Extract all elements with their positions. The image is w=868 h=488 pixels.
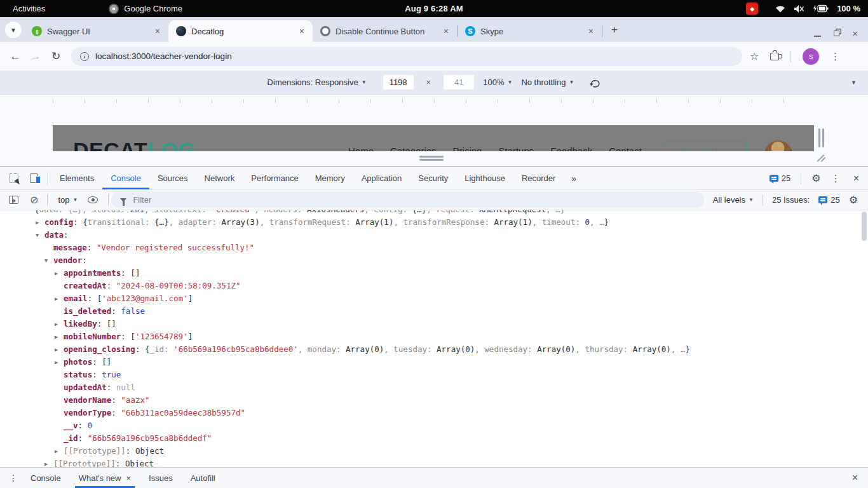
tab-search-button[interactable]: ▼ (5, 22, 22, 38)
console-token: , transformResponse: (393, 216, 494, 229)
browser-tab-skype[interactable]: SSkype× (458, 20, 602, 42)
devtools-tab-lighthouse[interactable]: Lighthouse (456, 167, 513, 189)
device-toolbar-toggle-icon[interactable] (30, 173, 38, 183)
tab-close-icon[interactable]: × (153, 26, 162, 36)
inspect-element-icon[interactable] (9, 173, 18, 183)
battery-charging-icon[interactable] (813, 4, 829, 13)
devtools-menu-icon[interactable]: ⋮ (831, 173, 843, 184)
console-filter-input[interactable]: Filter (111, 192, 703, 208)
console-settings-icon[interactable]: ⚙ (849, 194, 858, 206)
viewport-resize-handle-right[interactable] (818, 128, 824, 147)
devtools-tab-sources[interactable]: Sources (149, 167, 196, 189)
issues-label[interactable]: 25 Issues: (772, 195, 810, 205)
viewport-resize-handle-corner[interactable] (815, 152, 827, 164)
devtools-tab-recorder[interactable]: Recorder (513, 167, 564, 189)
viewport-resize-handle-bottom[interactable] (419, 156, 444, 161)
expand-toggle-icon[interactable]: ▶ (55, 445, 64, 458)
focused-app-menu[interactable]: Google Chrome (124, 4, 182, 13)
site-nav-home[interactable]: Home (348, 146, 374, 151)
devtools-tab-memory[interactable]: Memory (307, 167, 353, 189)
rotate-viewport-icon[interactable] (589, 78, 600, 88)
site-nav-categories[interactable]: Categories (390, 146, 437, 151)
clock[interactable]: Aug 9 6:28 AM (405, 4, 463, 13)
profile-avatar[interactable]: s (803, 48, 819, 65)
volume-muted-icon[interactable] (794, 4, 804, 13)
site-nav-feedback[interactable]: Feedback (550, 146, 592, 151)
console-output[interactable]: {data: {…}, status: 201, statusText: 'Cr… (0, 210, 868, 467)
devtools-tab-performance[interactable]: Performance (243, 167, 306, 189)
activities-button[interactable]: Activities (9, 4, 49, 13)
bookmark-star-icon[interactable]: ☆ (750, 50, 759, 62)
drawer-tab-what-s-new[interactable]: What's new× (75, 468, 135, 488)
site-nav-pricing[interactable]: Pricing (453, 146, 482, 151)
log-levels-dropdown[interactable]: All levels▼ (713, 195, 754, 205)
browser-tab-decatlog[interactable]: Decatlog× (168, 20, 313, 42)
site-logo[interactable]: DECATLOG (73, 138, 195, 151)
screen-record-indicator-icon[interactable]: ◆ (746, 3, 758, 15)
browser-tab-disable-continue-button[interactable]: Disable Continue Button× (313, 20, 457, 42)
expand-toggle-icon[interactable]: ▶ (55, 330, 64, 343)
expand-toggle-icon[interactable]: ▶ (55, 318, 64, 330)
site-user-avatar[interactable] (764, 140, 792, 151)
console-sidebar-icon[interactable] (9, 196, 18, 204)
wifi-icon[interactable] (775, 5, 785, 13)
more-panels-icon[interactable]: » (564, 173, 584, 184)
browser-menu-icon[interactable]: ⋮ (831, 51, 843, 62)
reload-button[interactable]: ↻ (46, 46, 66, 67)
devtools-close-icon[interactable]: × (853, 173, 859, 184)
console-messages-badge[interactable]: 25 (770, 173, 790, 183)
site-info-icon[interactable]: i (80, 52, 89, 61)
expand-toggle-icon[interactable]: ▶ (55, 356, 64, 369)
tab-close-icon[interactable]: × (442, 26, 451, 36)
restore-button[interactable] (834, 30, 839, 36)
viewport-width-input[interactable] (383, 75, 414, 90)
expand-toggle-icon[interactable]: ▼ (36, 229, 44, 241)
ruler-tick (402, 99, 403, 103)
console-token: [[Prototype]] (53, 458, 116, 467)
expand-toggle-icon[interactable]: ▼ (44, 254, 53, 267)
throttling-dropdown[interactable]: No throttling▼ (521, 78, 574, 87)
browser-tab-swagger-ui[interactable]: {}Swagger UI× (24, 20, 168, 42)
expand-toggle-icon[interactable]: ▶ (36, 216, 44, 229)
minimize-button[interactable] (814, 36, 821, 37)
forward-button[interactable]: → (25, 46, 46, 67)
new-tab-button[interactable]: + (606, 22, 623, 38)
devtools-tab-security[interactable]: Security (410, 167, 456, 189)
devtools-tab-network[interactable]: Network (196, 167, 243, 189)
tab-close-icon[interactable]: × (587, 26, 595, 36)
issues-badge[interactable]: 25 (818, 195, 839, 205)
zoom-dropdown[interactable]: 100%▼ (483, 78, 512, 87)
extensions-icon[interactable] (770, 53, 779, 60)
drawer-tab-issues[interactable]: Issues (145, 468, 177, 488)
expand-toggle-icon[interactable]: ▶ (55, 267, 64, 280)
devtools-tab-console[interactable]: Console (102, 167, 149, 189)
page-viewport[interactable]: DECATLOG HomeCategoriesPricingStartupsFe… (53, 125, 814, 151)
window-close-button[interactable]: × (852, 29, 858, 38)
device-toolbar-more-icon[interactable]: ▼ (851, 79, 857, 86)
expand-toggle-icon[interactable]: ▶ (55, 292, 64, 305)
drawer-tab-close-icon[interactable]: × (126, 473, 132, 483)
site-cta-button[interactable]: Reach Now (663, 142, 747, 151)
expand-toggle-icon[interactable]: ▶ (44, 458, 53, 467)
live-expression-icon[interactable] (88, 196, 98, 203)
url-text[interactable]: localhost:3000/teacher-vendor-login (95, 51, 232, 61)
drawer-close-icon[interactable]: × (852, 472, 868, 484)
console-scrollbar[interactable] (862, 212, 867, 241)
dimensions-dropdown[interactable]: Dimensions: Responsive▼ (268, 78, 367, 87)
site-nav-contact[interactable]: Contact (609, 146, 642, 151)
clear-console-icon[interactable]: ⊘ (30, 195, 38, 205)
console-line: ▶[[Prototype]]: Object (0, 445, 868, 458)
expand-toggle-icon[interactable]: ▶ (55, 343, 64, 356)
drawer-tab-autofill[interactable]: Autofill (187, 468, 219, 488)
devtools-settings-icon[interactable]: ⚙ (811, 172, 820, 184)
devtools-tab-application[interactable]: Application (353, 167, 410, 189)
site-nav-startups[interactable]: Startups (498, 146, 534, 151)
drawer-tab-console[interactable]: Console (27, 468, 65, 488)
tab-close-icon[interactable]: × (297, 26, 306, 36)
viewport-height-input[interactable] (444, 75, 474, 90)
javascript-context-dropdown[interactable]: top▼ (48, 195, 88, 205)
drawer-menu-icon[interactable]: ⋮ (0, 473, 27, 483)
address-bar[interactable]: i localhost:3000/teacher-vendor-login (71, 47, 742, 66)
back-button[interactable]: ← (5, 46, 25, 67)
devtools-tab-elements[interactable]: Elements (51, 167, 102, 189)
